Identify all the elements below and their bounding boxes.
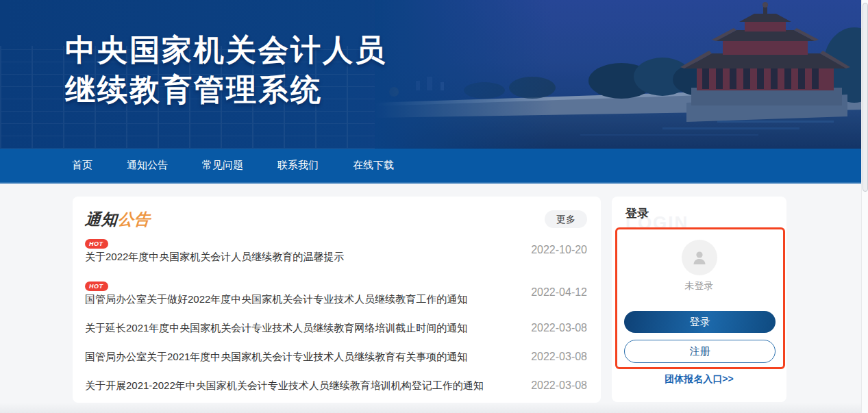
notice-list: HOT 关于2022年度中央国家机关会计人员继续教育的温馨提示 2022-10-… bbox=[85, 236, 587, 392]
notice-item-left: HOT 国管局办公室关于做好2022年度中央国家机关会计专业技术人员继续教育工作… bbox=[85, 279, 467, 305]
more-button[interactable]: 更多 bbox=[545, 210, 587, 228]
notice-title-part1: 通知 bbox=[84, 210, 119, 228]
notice-item-date: 2022-10-20 bbox=[531, 244, 587, 256]
notice-panel: 通知公告 更多 HOT 关于2022年度中央国家机关会计人员继续教育的温馨提示 … bbox=[73, 197, 601, 403]
login-panel-title: 登录 bbox=[625, 205, 649, 221]
notice-item-left: 关于开展2021-2022年中央国家机关会计专业技术人员继续教育培训机构登记工作… bbox=[85, 379, 484, 392]
palace-photo bbox=[375, 0, 868, 149]
notice-panel-title: 通知公告 bbox=[85, 209, 151, 230]
header-banner: 中央国家机关会计人员 继续教育管理系统 bbox=[0, 0, 868, 149]
scrollbar-track[interactable] bbox=[861, 0, 868, 413]
notice-item-date: 2022-04-12 bbox=[531, 286, 587, 299]
notice-item-title: 关于延长2021年度中央国家机关会计专业技术人员继续教育网络培训截止时间的通知 bbox=[85, 321, 467, 334]
site-title-line1: 中央国家机关会计人员 bbox=[65, 30, 387, 70]
login-button[interactable]: 登录 bbox=[624, 311, 776, 333]
user-avatar-icon bbox=[691, 249, 708, 266]
page-bottom-fade bbox=[0, 403, 861, 413]
login-status-text: 未登录 bbox=[612, 280, 786, 292]
hot-badge: HOT bbox=[85, 239, 108, 249]
list-item[interactable]: 国管局办公室关于2021年度中央国家机关会计专业技术人员继续教育有关事项的通知 … bbox=[85, 350, 587, 363]
nav-item[interactable]: 通知公告 bbox=[127, 159, 168, 172]
nav-item[interactable]: 在线下载 bbox=[353, 159, 394, 172]
notice-item-title: 关于2022年度中央国家机关会计人员继续教育的温馨提示 bbox=[85, 250, 344, 263]
group-signup-link[interactable]: 团体报名入口>> bbox=[612, 373, 786, 386]
nav-item[interactable]: 联系我们 bbox=[277, 159, 319, 172]
notice-title-part2: 公告 bbox=[117, 210, 151, 228]
nav-item[interactable]: 首页 bbox=[72, 159, 92, 172]
list-item[interactable]: HOT 关于2022年度中央国家机关会计人员继续教育的温馨提示 2022-10-… bbox=[85, 236, 587, 263]
notice-item-left: 国管局办公室关于2021年度中央国家机关会计专业技术人员继续教育有关事项的通知 bbox=[85, 350, 467, 363]
site-title-line2: 继续教育管理系统 bbox=[65, 70, 387, 110]
scrollbar-thumb[interactable] bbox=[863, 3, 868, 192]
notice-panel-header: 通知公告 更多 bbox=[85, 208, 587, 231]
notice-item-title: 国管局办公室关于做好2022年度中央国家机关会计专业技术人员继续教育工作的通知 bbox=[85, 292, 467, 305]
hot-badge: HOT bbox=[85, 281, 108, 291]
notice-item-title: 国管局办公室关于2021年度中央国家机关会计专业技术人员继续教育有关事项的通知 bbox=[85, 350, 467, 363]
site-title: 中央国家机关会计人员 继续教育管理系统 bbox=[65, 30, 387, 110]
notice-item-date: 2022-03-08 bbox=[531, 322, 587, 334]
main-content: 通知公告 更多 HOT 关于2022年度中央国家机关会计人员继续教育的温馨提示 … bbox=[0, 184, 868, 403]
notice-item-left: 关于延长2021年度中央国家机关会计专业技术人员继续教育网络培训截止时间的通知 bbox=[85, 321, 467, 334]
avatar bbox=[682, 240, 717, 275]
notice-item-title: 关于开展2021-2022年中央国家机关会计专业技术人员继续教育培训机构登记工作… bbox=[85, 379, 484, 392]
list-item[interactable]: HOT 国管局办公室关于做好2022年度中央国家机关会计专业技术人员继续教育工作… bbox=[85, 279, 587, 305]
login-panel: LOGIN 登录 未登录 登录 注册 团体报名入口>> bbox=[612, 197, 786, 402]
list-item[interactable]: 关于延长2021年度中央国家机关会计专业技术人员继续教育网络培训截止时间的通知 … bbox=[85, 321, 587, 334]
notice-item-date: 2022-03-08 bbox=[531, 379, 587, 392]
main-navigation: 首页 通知公告 常见问题 联系我们 在线下载 bbox=[0, 149, 868, 184]
nav-item[interactable]: 常见问题 bbox=[202, 159, 243, 172]
notice-item-date: 2022-03-08 bbox=[531, 351, 587, 363]
notice-item-left: HOT 关于2022年度中央国家机关会计人员继续教育的温馨提示 bbox=[85, 236, 344, 263]
list-item[interactable]: 关于开展2021-2022年中央国家机关会计专业技术人员继续教育培训机构登记工作… bbox=[85, 379, 587, 392]
register-button[interactable]: 注册 bbox=[624, 340, 776, 363]
